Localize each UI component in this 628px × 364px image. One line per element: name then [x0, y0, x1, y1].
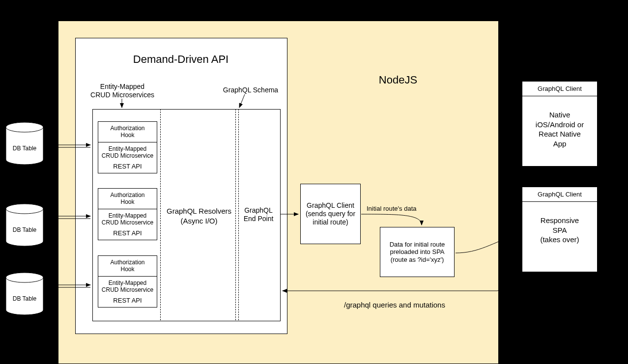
auth-hook-label: AuthorizationHook	[98, 189, 157, 209]
rest-api-label: REST API	[98, 163, 157, 173]
cylinder-icon	[5, 272, 44, 316]
svg-point-1	[6, 122, 43, 132]
microservice-block-3: AuthorizationHook Entity-MappedCRUD Micr…	[98, 255, 157, 308]
auth-hook-label: AuthorizationHook	[98, 256, 157, 276]
native-app-box: GraphQL Client NativeiOS/Android orReact…	[522, 81, 598, 167]
db-table-label: DB Table	[5, 226, 44, 233]
endpoint-label: GraphQLEnd Point	[239, 206, 278, 223]
graphql-client-header: GraphQL Client	[522, 187, 597, 202]
api-title: Demand-Driven API	[75, 53, 286, 66]
db-table-2: DB Table	[5, 203, 44, 247]
crud-microservice-label: Entity-MappedCRUD Microservice	[98, 276, 157, 297]
spa-label: ResponsiveSPA(takes over)	[522, 202, 597, 272]
graphql-client-server-label: GraphQL Client(sends query forinitial ro…	[306, 201, 355, 226]
db-table-3: DB Table	[5, 272, 44, 316]
db-table-label: DB Table	[5, 295, 44, 302]
crud-microservice-label: Entity-MappedCRUD Microservice	[98, 209, 157, 229]
rest-api-label: REST API	[98, 229, 157, 240]
resolvers-label: GraphQL Resolvers(Async I/O)	[162, 206, 236, 225]
preload-spa-label: Data for initial routepreloaded into SPA…	[390, 241, 445, 264]
initial-route-label: Initial route's data	[367, 205, 417, 212]
entity-mapped-header: Entity-MappedCRUD Microservices	[83, 83, 162, 99]
svg-point-3	[6, 204, 43, 214]
nodejs-label: NodeJS	[344, 74, 452, 86]
preload-spa-box: Data for initial routepreloaded into SPA…	[380, 227, 455, 277]
native-app-label: NativeiOS/Android orReact NativeApp	[522, 96, 597, 166]
diagram-stage: NodeJS Demand-Driven API Entity-MappedCR…	[0, 0, 628, 364]
spa-box: GraphQL Client ResponsiveSPA(takes over)	[522, 187, 598, 272]
graphql-client-server-box: GraphQL Client(sends query forinitial ro…	[300, 184, 361, 244]
crud-microservice-label: Entity-MappedCRUD Microservice	[98, 142, 157, 163]
cylinder-icon	[5, 203, 44, 247]
auth-hook-label: AuthorizationHook	[98, 122, 157, 142]
microservice-block-1: AuthorizationHook Entity-MappedCRUD Micr…	[98, 121, 157, 173]
db-table-label: DB Table	[5, 145, 44, 152]
rest-api-label: REST API	[98, 297, 157, 308]
graphql-queries-label: /graphql queries and mutations	[344, 301, 445, 309]
db-table-1: DB Table	[5, 121, 44, 166]
divider-dashed-1	[160, 109, 161, 320]
graphql-schema-header: GraphQL Schema	[211, 86, 290, 94]
svg-point-5	[6, 273, 43, 282]
graphql-client-header: GraphQL Client	[522, 82, 597, 96]
microservice-block-2: AuthorizationHook Entity-MappedCRUD Micr…	[98, 188, 157, 240]
cylinder-icon	[5, 121, 44, 166]
